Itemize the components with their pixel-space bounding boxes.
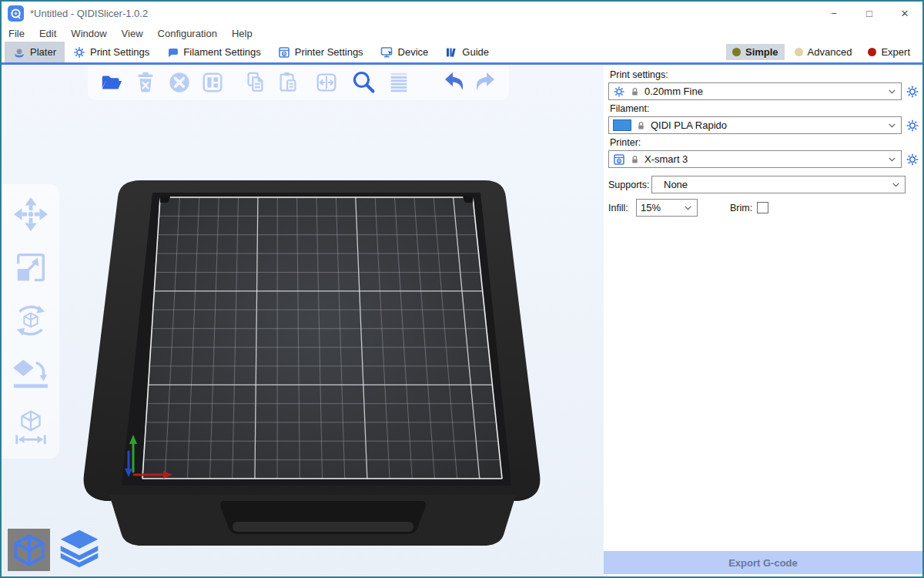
menu-window[interactable]: Window <box>71 28 106 39</box>
split-objects-icon <box>314 70 339 95</box>
device-icon <box>380 46 393 59</box>
app-logo-icon <box>8 5 24 22</box>
infill-combo[interactable]: 15% <box>636 199 698 217</box>
move-button[interactable] <box>12 195 50 234</box>
print-settings-combo[interactable]: 0.20mm Fine <box>608 82 902 100</box>
redo-button[interactable] <box>472 69 498 96</box>
tab-label: Device <box>398 46 429 58</box>
gear-icon <box>73 46 85 59</box>
mode-simple[interactable]: Simple <box>726 44 785 60</box>
split-objects-button[interactable] <box>313 69 340 96</box>
app-window: *Untitled - QIDISlicer-1.0.2 − □ ✕ File … <box>0 0 924 578</box>
delete-all-icon <box>167 70 192 95</box>
printer-icon <box>613 153 625 166</box>
undo-icon <box>441 69 467 96</box>
delete-all-button[interactable] <box>166 69 192 96</box>
mode-advanced[interactable]: Advanced <box>788 44 859 60</box>
brim-checkbox[interactable] <box>757 202 768 213</box>
tab-label: Plater <box>30 46 56 58</box>
chevron-down-icon <box>891 180 901 190</box>
advanced-mode-dot-icon <box>795 48 803 56</box>
titlebar: *Untitled - QIDISlicer-1.0.2 − □ ✕ <box>2 2 922 25</box>
print-settings-label: Print settings: <box>610 69 919 80</box>
lock-icon <box>636 120 646 131</box>
chevron-down-icon <box>683 203 693 213</box>
printer-combo[interactable]: X-smart 3 <box>608 150 902 168</box>
3d-viewport[interactable] <box>2 65 604 576</box>
edit-print-settings-button[interactable] <box>905 84 919 99</box>
filament-icon <box>166 46 179 59</box>
lock-icon <box>630 86 640 97</box>
filament-value: QIDI PLA Rapido <box>651 119 727 131</box>
tab-filament-settings[interactable]: Filament Settings <box>158 42 269 62</box>
measure-icon <box>12 408 49 445</box>
layers-icon <box>58 528 101 570</box>
delete-button[interactable] <box>132 69 159 96</box>
menu-edit[interactable]: Edit <box>39 28 56 39</box>
3d-editor-view-button[interactable] <box>8 529 50 571</box>
mode-expert[interactable]: Expert <box>862 44 916 60</box>
printer-bed <box>2 65 604 576</box>
gizmo-toolbar <box>2 184 59 459</box>
place-on-face-icon <box>12 355 49 392</box>
lock-icon <box>630 154 640 165</box>
simple-mode-dot-icon <box>732 48 741 56</box>
supports-combo[interactable]: None <box>651 176 906 193</box>
gear-icon <box>613 86 625 98</box>
maximize-button[interactable]: □ <box>852 2 887 25</box>
printer-value: X-smart 3 <box>644 153 688 165</box>
copy-icon <box>243 70 268 95</box>
main-area: Print settings: 0.20mm Fine Filament: <box>2 65 922 576</box>
expert-mode-dot-icon <box>868 48 876 56</box>
tab-label: Print Settings <box>90 46 149 58</box>
paste-icon <box>276 70 300 95</box>
tab-label: Guide <box>462 46 489 58</box>
menu-help[interactable]: Help <box>232 28 253 39</box>
move-icon <box>12 196 49 233</box>
tab-guide[interactable]: Guide <box>437 42 497 62</box>
open-button[interactable] <box>99 69 125 96</box>
place-on-face-button[interactable] <box>12 355 50 393</box>
guide-icon <box>445 46 457 59</box>
minimize-button[interactable]: − <box>816 2 852 25</box>
redo-icon <box>472 69 498 96</box>
infill-label: Infill: <box>608 203 636 213</box>
tab-plater[interactable]: Plater <box>5 42 65 62</box>
search-button[interactable] <box>350 69 377 96</box>
scale-button[interactable] <box>12 248 50 287</box>
edit-printer-button[interactable] <box>905 152 919 166</box>
arrange-button[interactable] <box>199 69 226 96</box>
infill-value: 15% <box>641 202 661 213</box>
supports-label: Supports: <box>608 180 651 190</box>
view-mode-buttons <box>8 526 102 571</box>
filament-combo[interactable]: QIDI PLA Rapido <box>608 116 902 134</box>
menubar: File Edit Window View Configuration Help <box>2 25 922 42</box>
tab-device[interactable]: Device <box>372 42 437 62</box>
print-settings-value: 0.20mm Fine <box>644 86 703 97</box>
menu-configuration[interactable]: Configuration <box>158 28 217 39</box>
trash-icon <box>133 70 158 95</box>
menu-file[interactable]: File <box>8 28 25 39</box>
measure-button[interactable] <box>12 408 50 446</box>
mode-switcher: Simple Advanced Expert <box>726 42 922 62</box>
paste-button[interactable] <box>275 69 301 96</box>
variable-layer-height-button[interactable] <box>386 69 412 96</box>
tab-print-settings[interactable]: Print Settings <box>65 42 158 62</box>
copy-button[interactable] <box>243 69 269 96</box>
window-controls: − □ ✕ <box>816 2 922 25</box>
tab-printer-settings[interactable]: Printer Settings <box>270 42 372 62</box>
rotate-button[interactable] <box>12 301 50 340</box>
tabbar: Plater Print Settings Filame <box>2 42 922 65</box>
filament-color-swatch <box>613 119 631 131</box>
tab-label: Filament Settings <box>183 46 260 58</box>
search-icon <box>350 69 377 96</box>
preview-layers-button[interactable] <box>56 526 102 571</box>
mode-label: Advanced <box>808 46 852 58</box>
undo-button[interactable] <box>441 69 467 96</box>
edit-filament-button[interactable] <box>905 118 919 133</box>
close-button[interactable]: ✕ <box>887 2 922 25</box>
scale-icon <box>12 249 49 286</box>
layer-height-icon <box>387 70 411 95</box>
export-gcode-button[interactable]: Export G-code <box>604 551 922 574</box>
menu-view[interactable]: View <box>122 28 143 39</box>
